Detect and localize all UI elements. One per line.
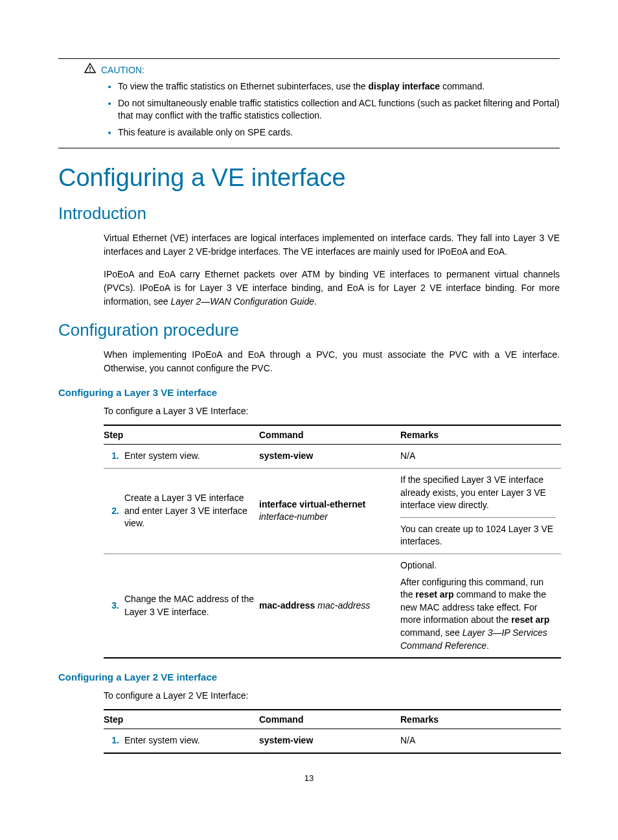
caution-header: CAUTION:: [58, 63, 560, 76]
table-row: 1. Enter system view. system-view N/A: [104, 729, 561, 753]
remarks-optional: Optional.: [400, 559, 556, 572]
page-title-h1: Configuring a VE interface: [58, 164, 560, 192]
command-cell: system-view: [259, 729, 400, 753]
step-number: 1.: [104, 445, 124, 469]
remarks-body: After configuring this command, run the …: [400, 576, 556, 653]
command-bold: system-view: [259, 450, 313, 461]
intro-p2-text: .: [314, 296, 317, 307]
command-cell: system-view: [259, 445, 400, 469]
l2-intro-text: To configure a Layer 2 VE Interface:: [104, 689, 560, 703]
command-bold: mac-address: [259, 600, 315, 611]
step-number: 3.: [104, 554, 124, 658]
th-remarks: Remarks: [400, 425, 561, 445]
th-command: Command: [259, 710, 400, 729]
subsection-heading-l3: Configuring a Layer 3 VE interface: [58, 387, 560, 398]
remarks-cell: N/A: [400, 445, 561, 469]
table-header-row: Step Command Remarks: [104, 425, 561, 445]
th-command: Command: [259, 425, 400, 445]
caution-item-text: Do not simultaneously enable traffic sta…: [118, 98, 560, 121]
caution-block: CAUTION: To view the traffic statistics …: [58, 58, 560, 148]
command-cell: interface virtual-ethernet interface-num…: [259, 468, 400, 554]
remarks-bold: reset arp: [511, 614, 549, 625]
command-bold: interface virtual-ethernet: [259, 499, 365, 509]
svg-point-1: [89, 71, 91, 72]
caution-item-bold: display interface: [369, 81, 441, 91]
remarks-bottom: You can create up to 1024 Layer 3 VE int…: [400, 523, 556, 548]
step-number: 1.: [104, 729, 124, 753]
remarks-cell: Optional. After configuring this command…: [400, 554, 561, 658]
th-remarks: Remarks: [400, 710, 561, 729]
intro-paragraph-1: Virtual Ethernet (VE) interfaces are log…: [104, 231, 560, 259]
subsection-heading-l2: Configuring a Layer 2 VE interface: [58, 671, 560, 682]
table-header-row: Step Command Remarks: [104, 710, 561, 729]
table-row: 2. Create a Layer 3 VE interface and ent…: [104, 468, 561, 554]
step-description: Enter system view.: [124, 445, 259, 469]
section-heading-introduction: Introduction: [58, 204, 560, 224]
intro-p2-italic: Layer 2—WAN Configuration Guide: [171, 296, 315, 307]
page-container: CAUTION: To view the traffic statistics …: [0, 0, 618, 809]
th-step: Step: [104, 425, 259, 445]
command-bold: system-view: [259, 735, 313, 745]
caution-list: To view the traffic statistics on Ethern…: [105, 80, 560, 139]
config-proc-paragraph: When implementing IPoEoA and EoA through…: [104, 348, 560, 375]
table-row: 3. Change the MAC address of the Layer 3…: [104, 554, 561, 658]
command-italic: interface-number: [259, 511, 328, 522]
caution-label: CAUTION:: [101, 65, 144, 75]
l3-intro-text: To configure a Layer 3 VE Interface:: [104, 404, 560, 418]
caution-item-text: command.: [440, 81, 485, 91]
page-number: 13: [58, 773, 560, 783]
caution-item-text: To view the traffic statistics on Ethern…: [118, 81, 369, 91]
remarks-text: .: [486, 640, 489, 651]
step-description: Create a Layer 3 VE interface and enter …: [124, 468, 259, 554]
intro-paragraph-2: IPoEoA and EoA carry Ethernet packets ov…: [104, 268, 560, 309]
remarks-top: If the specified Layer 3 VE interface al…: [400, 474, 556, 518]
l2-config-table: Step Command Remarks 1. Enter system vie…: [104, 709, 561, 754]
table-row: 1. Enter system view. system-view N/A: [104, 445, 561, 469]
warning-triangle-icon: [84, 63, 96, 76]
step-description: Enter system view.: [124, 729, 259, 753]
th-step: Step: [104, 710, 259, 729]
command-cell: mac-address mac-address: [259, 554, 400, 658]
step-number: 2.: [104, 468, 124, 554]
l3-config-table: Step Command Remarks 1. Enter system vie…: [104, 425, 561, 659]
caution-item: This feature is available only on SPE ca…: [118, 126, 560, 139]
remarks-text: command, see: [400, 627, 463, 638]
remarks-cell: If the specified Layer 3 VE interface al…: [400, 468, 561, 554]
remarks-bold: reset arp: [415, 589, 453, 600]
remarks-cell: N/A: [400, 729, 561, 753]
step-description: Change the MAC address of the Layer 3 VE…: [124, 554, 259, 658]
section-heading-config-procedure: Configuration procedure: [58, 320, 560, 340]
caution-item: Do not simultaneously enable traffic sta…: [118, 97, 560, 122]
command-italic: mac-address: [317, 600, 370, 611]
caution-item: To view the traffic statistics on Ethern…: [118, 80, 560, 93]
caution-item-text: This feature is available only on SPE ca…: [118, 127, 293, 137]
